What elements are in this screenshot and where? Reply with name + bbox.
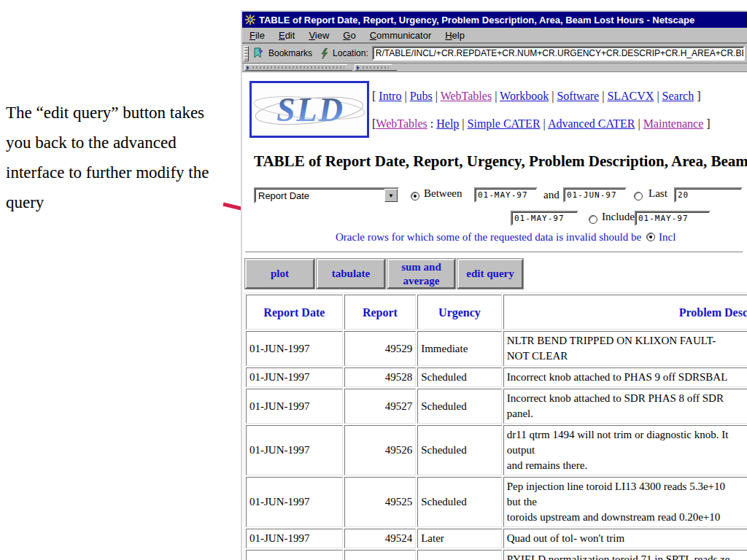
cell-report-date: 01-JUN-1997: [246, 389, 343, 424]
table-row: 01-JUN-1997 49525 Scheduled Pep injectio…: [246, 477, 747, 527]
cell-description: PYIELD normalization toroid 71 in SRTL r…: [503, 550, 747, 560]
nav-link-workbook[interactable]: Workbook: [500, 90, 549, 102]
and-label: and: [543, 189, 560, 201]
nav-row-primary: [ Intro | Pubs | WebTables | Workbook | …: [372, 82, 711, 110]
cell-report-date: 01-JUN-1997: [246, 368, 343, 387]
header-urgency: Urgency: [417, 295, 502, 330]
nav-link-intro[interactable]: Intro: [379, 90, 401, 102]
netscape-app-icon: [245, 15, 255, 25]
nav-link-software[interactable]: Software: [557, 90, 599, 102]
browser-window: TABLE of Report Date, Report, Urgency, P…: [241, 10, 747, 560]
menu-bar: File Edit View Go Communicator Help: [242, 28, 747, 44]
table-row: 01-JUN-1997 49526 Scheduled dr11 qtrm 14…: [246, 425, 747, 475]
plot-button[interactable]: plot: [245, 259, 314, 289]
oracle-invalid-note: Oracle rows for which some of the reques…: [336, 231, 676, 244]
cell-report: 49525: [344, 477, 417, 527]
last-label: Last: [649, 187, 667, 200]
location-bolt-icon: [320, 48, 329, 59]
includes-radio[interactable]: [589, 215, 597, 224]
annotation-text: The “edit query” button takes you back t…: [6, 98, 225, 217]
table-row: 01-JUN-1997 49528 Scheduled Incorrect kn…: [246, 368, 747, 387]
sld-logo[interactable]: SLD: [249, 81, 369, 138]
header-problem-description: Problem Description: [503, 295, 747, 330]
action-button-row: plot tabulate sum and average edit query: [245, 259, 523, 289]
header-report: Report: [344, 295, 417, 330]
location-toolbar: Bookmarks Location: R/TABLE/INCL/+CR.REP…: [242, 44, 747, 63]
nav-link-webtables[interactable]: WebTables: [441, 90, 492, 102]
oracle-included-radio[interactable]: [646, 233, 655, 241]
cell-report-date: 01-JUN-1997: [246, 529, 343, 548]
cell-description: dr11 qtrm 1494 will not trim or diagnost…: [503, 425, 747, 475]
between-from-input[interactable]: 01-MAY-97: [474, 187, 538, 203]
nav-link-pubs[interactable]: Pubs: [410, 90, 433, 102]
nav-link-search[interactable]: Search: [662, 90, 694, 102]
field-select[interactable]: Report Date ▼: [254, 187, 399, 203]
window-titlebar: TABLE of Report Date, Report, Urgency, P…: [242, 12, 747, 28]
menu-view[interactable]: View: [309, 30, 329, 41]
cell-urgency: Immediate: [417, 331, 502, 366]
tab-texture: [252, 66, 344, 69]
nav-link-maintenance[interactable]: Maintenance: [643, 117, 704, 130]
menu-help[interactable]: Help: [445, 30, 465, 41]
cell-report-date: 01-JUN-1997: [246, 425, 343, 475]
table-row: 01-JUN-1997 49527 Scheduled Incorrect kn…: [246, 389, 747, 424]
table-row: 01-JUN-1997 49524 Later Quad out of tol-…: [246, 529, 747, 548]
location-input[interactable]: R/TABLE/INCL/+CR.REPDATE+CR.NUM+CR.URGEN…: [372, 46, 745, 61]
menu-go[interactable]: Go: [343, 30, 355, 41]
site-navigation: [ Intro | Pubs | WebTables | Workbook | …: [372, 82, 711, 138]
combo-dropdown-arrow-icon[interactable]: ▼: [384, 189, 398, 202]
cell-description: Incorrect knob attached to SDR PHAS 8 of…: [503, 389, 747, 424]
expand-arrow-icon: [357, 66, 360, 70]
menu-file[interactable]: File: [249, 30, 265, 41]
between-to-input[interactable]: 01-JUN-97: [563, 187, 627, 203]
nav-link-webtables-section[interactable]: WebTables: [376, 117, 427, 130]
nav-link-slacvx[interactable]: SLACVX: [607, 90, 654, 102]
cell-report: 49524: [344, 529, 417, 548]
last-radio[interactable]: [634, 192, 643, 201]
includes-from-input[interactable]: 01-MAY-97: [511, 211, 578, 226]
bookmarks-button[interactable]: Bookmarks: [268, 48, 312, 58]
cell-urgency: Later: [417, 529, 502, 548]
tab-texture: [363, 66, 389, 69]
cell-urgency: Scheduled: [417, 368, 502, 387]
last-count-input[interactable]: 20: [674, 187, 743, 203]
edit-query-button[interactable]: edit query: [457, 259, 523, 289]
nav-link-advanced-cater[interactable]: Advanced CATER: [548, 117, 635, 130]
header-report-date: Report Date: [246, 295, 343, 330]
collapsed-navigation-toolbar-tab[interactable]: [244, 64, 352, 71]
menu-edit[interactable]: Edit: [279, 30, 295, 41]
table-header-row: Report Date Report Urgency Problem Descr…: [246, 295, 747, 330]
page-content: SLD [ Intro | Pubs | WebTables | Workboo…: [242, 72, 747, 560]
cell-report: 49526: [344, 425, 417, 475]
tabulate-button[interactable]: tabulate: [317, 259, 385, 289]
cell-report: 49529: [344, 331, 417, 366]
field-select-value: Report Date: [255, 190, 384, 201]
toolbar-grippy[interactable]: [244, 46, 249, 61]
table-row: 01-JUN-1997 49529 Immediate NLTR BEND TR…: [246, 331, 747, 366]
cell-report-date: 01-JUN-1997: [246, 331, 343, 366]
cell-urgency: ROD: [417, 550, 502, 560]
sld-logo-text: SLD: [276, 91, 344, 128]
collapsed-toolbars: [242, 63, 747, 72]
nav-link-help[interactable]: Help: [436, 117, 459, 130]
cell-report: 49523: [344, 550, 417, 560]
menu-communicator[interactable]: Communicator: [370, 30, 432, 41]
cell-report-date: 01-JUN-1997: [246, 477, 343, 527]
between-radio[interactable]: [411, 192, 419, 201]
table-row: 01-JUN-1997 49523 ROD PYIELD normalizati…: [246, 550, 747, 560]
bookmarks-icon: [252, 47, 265, 59]
sum-and-average-button[interactable]: sum and average: [387, 259, 455, 289]
page-title: TABLE of Report Date, Report, Urgency, P…: [254, 152, 747, 171]
cell-description: Quad out of tol- won't trim: [503, 529, 747, 548]
expand-arrow-icon: [247, 66, 249, 70]
nav-link-simple-cater[interactable]: Simple CATER: [468, 117, 541, 130]
results-table: Report Date Report Urgency Problem Descr…: [244, 292, 747, 560]
cell-report: 49528: [344, 368, 417, 387]
includes-value-input[interactable]: 01-MAY-97: [635, 211, 711, 226]
cell-report-date: 01-JUN-1997: [246, 550, 343, 560]
cell-urgency: Scheduled: [417, 389, 502, 424]
cell-description: Incorrect knob attached to PHAS 9 off SD…: [503, 368, 747, 387]
divider: [245, 252, 743, 253]
collapsed-personal-toolbar-tab[interactable]: [355, 64, 397, 71]
window-title: TABLE of Report Date, Report, Urgency, P…: [259, 15, 694, 26]
